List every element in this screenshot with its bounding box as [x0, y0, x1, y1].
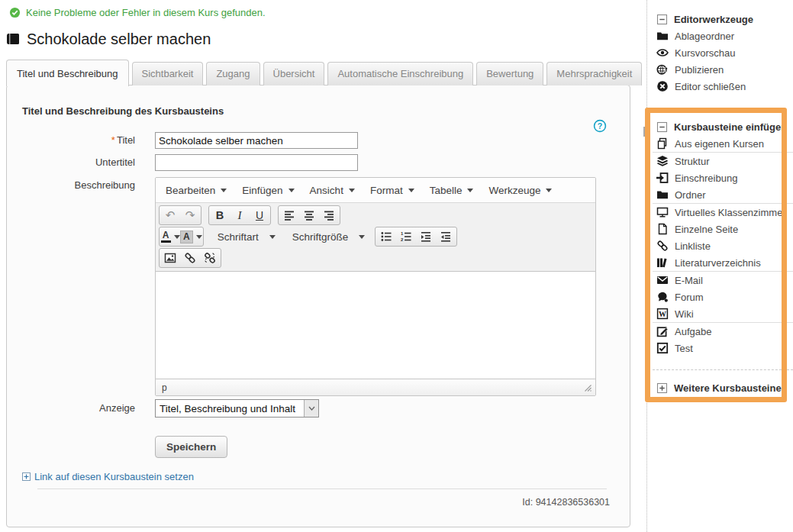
- tab-titel-und-beschreibung[interactable]: Titel und Beschreibung: [6, 60, 129, 86]
- chevron-down-icon: [308, 406, 315, 411]
- menu-tabelle[interactable]: Tabelle: [422, 178, 482, 202]
- bold-button[interactable]: B: [210, 207, 230, 224]
- sidebar-item-email[interactable]: E-Mail: [653, 272, 782, 289]
- caret-down-icon: [221, 189, 227, 192]
- svg-text:1: 1: [401, 231, 404, 236]
- editor-content-area[interactable]: [156, 272, 595, 379]
- resize-grip-icon[interactable]: [583, 383, 592, 392]
- chain-link-icon: [656, 240, 669, 252]
- section-editorwerkzeuge[interactable]: Editorwerkzeuge: [653, 11, 793, 27]
- redo-button[interactable]: ↷: [180, 207, 200, 224]
- panel-splitter[interactable]: [646, 0, 647, 532]
- underline-button[interactable]: U: [250, 207, 269, 224]
- section-weitere-kursbausteine[interactable]: Weitere Kursbausteine: [653, 379, 793, 396]
- tab-uebersicht[interactable]: Übersicht: [263, 62, 325, 85]
- sidebar-item-einzelne-seite[interactable]: Einzelne Seite: [653, 221, 782, 237]
- untertitel-label: Untertitel: [7, 156, 135, 168]
- link-toggle[interactable]: Link auf diesen Kursbaustein setzen: [22, 471, 194, 482]
- chain-link-icon: [184, 252, 196, 264]
- sidebar-item-literaturverzeichnis[interactable]: Literaturverzeichnis: [653, 254, 782, 271]
- bullet-list-button[interactable]: [376, 228, 396, 245]
- remove-link-button[interactable]: [200, 250, 220, 266]
- undo-button[interactable]: ↶: [160, 207, 180, 224]
- list-indent-group: 12: [375, 227, 457, 247]
- page-icon: [656, 223, 669, 235]
- sidebar-item-wiki[interactable]: W Wiki: [653, 305, 782, 322]
- svg-text:?: ?: [598, 121, 602, 131]
- align-right-button[interactable]: [319, 207, 339, 224]
- monitor-icon: [656, 206, 669, 218]
- page-title: Schokolade selber machen: [6, 31, 211, 48]
- italic-button[interactable]: I: [230, 207, 250, 224]
- tab-sichtbarkeit[interactable]: Sichtbarkeit: [132, 62, 204, 85]
- section-kursbausteine-einfuegen[interactable]: Kursbausteine einfügen: [653, 118, 793, 135]
- font-family-select[interactable]: Schriftart: [211, 231, 282, 243]
- titel-input[interactable]: [155, 132, 358, 149]
- align-left-button[interactable]: [279, 207, 299, 224]
- sidebar-item-ablageordner[interactable]: Ablageordner: [653, 27, 793, 44]
- eye-icon: [656, 47, 669, 59]
- undo-redo-group: ↶ ↷: [159, 205, 201, 225]
- svg-text:2: 2: [401, 237, 404, 242]
- sidebar-item-aufgabe[interactable]: Aufgabe: [653, 323, 782, 340]
- element-path[interactable]: p: [162, 382, 167, 393]
- sidebar-item-test[interactable]: Test: [653, 340, 782, 356]
- insert-image-button[interactable]: [160, 250, 180, 266]
- menu-bearbeiten[interactable]: Bearbeiten: [158, 178, 234, 202]
- background-color-button[interactable]: A: [180, 228, 202, 245]
- sidebar-item-einschreibung[interactable]: Einschreibung: [653, 169, 782, 186]
- tab-zugang[interactable]: Zugang: [206, 62, 259, 85]
- sidebar-item-linkliste[interactable]: Linkliste: [653, 237, 782, 254]
- minus-box-icon: [656, 14, 668, 25]
- caret-down-icon: [269, 235, 276, 239]
- italic-icon: I: [238, 209, 242, 222]
- align-center-icon: [303, 209, 315, 221]
- panel-heading: Titel und Beschreibung des Kursbausteins: [22, 105, 224, 117]
- sidebar-item-publizieren[interactable]: Publizieren: [653, 61, 793, 78]
- menu-format[interactable]: Format: [363, 178, 422, 202]
- close-circle-icon: [656, 80, 669, 92]
- titel-label: *Titel: [7, 134, 135, 146]
- anzeige-select[interactable]: Titel, Beschreibung und Inhalt: [155, 399, 319, 418]
- tab-bewertung[interactable]: Bewertung: [476, 62, 543, 85]
- course-editor-page: Keine Probleme oder Fehler in diesem Kur…: [0, 0, 793, 532]
- tab-automatische-einschreibung[interactable]: Automatische Einschreibung: [327, 62, 473, 85]
- tab-mehrsprachigkeit[interactable]: Mehrsprachigkeit: [546, 62, 642, 85]
- numbered-list-button[interactable]: 12: [396, 228, 416, 245]
- align-center-button[interactable]: [299, 207, 319, 224]
- help-icon[interactable]: ?: [593, 119, 607, 133]
- menu-werkzeuge[interactable]: Werkzeuge: [481, 178, 559, 202]
- menu-ansicht[interactable]: Ansicht: [302, 178, 363, 202]
- menu-einfuegen[interactable]: Einfügen: [234, 178, 301, 202]
- folder-icon: [656, 30, 669, 42]
- save-button[interactable]: Speichern: [155, 436, 227, 458]
- sidebar-item-editor-schliessen[interactable]: Editor schließen: [653, 78, 793, 95]
- caret-down-icon: [174, 235, 180, 239]
- sidebar-item-virtuelles-klassenzimmer[interactable]: Virtuelles Klassenzimmer: [653, 204, 782, 221]
- sidebar-item-struktur[interactable]: Struktur: [653, 153, 782, 169]
- redo-icon: ↷: [185, 210, 195, 221]
- outdent-button[interactable]: [436, 228, 456, 245]
- insert-link-button[interactable]: [180, 250, 200, 266]
- underline-icon: U: [256, 209, 263, 221]
- tab-bar: Titel und Beschreibung Sichtbarkeit Zuga…: [6, 60, 645, 85]
- node-id-text: Id: 94142836536301: [522, 497, 610, 508]
- status-banner: Keine Probleme oder Fehler in diesem Kur…: [9, 7, 266, 18]
- font-style-group: B I U: [208, 205, 271, 225]
- sidebar-item-kursvorschau[interactable]: Kursvorschau: [653, 44, 793, 61]
- untertitel-input[interactable]: [155, 154, 358, 171]
- splitter-handle[interactable]: [643, 127, 647, 137]
- text-color-button[interactable]: A: [160, 228, 180, 245]
- forecolor-icon: A: [161, 231, 171, 243]
- align-right-icon: [323, 209, 335, 221]
- editor-statusbar: p: [156, 379, 595, 395]
- font-size-select[interactable]: Schriftgröße: [285, 231, 372, 243]
- footer-divider: [37, 488, 607, 489]
- sidebar-item-forum[interactable]: Forum: [653, 289, 782, 305]
- books-icon: [656, 256, 669, 269]
- sidebar-item-aus-eigenen-kursen[interactable]: Aus eigenen Kursen: [653, 135, 782, 152]
- color-group: A A: [159, 227, 204, 247]
- indent-button[interactable]: [416, 228, 436, 245]
- sidebar-item-ordner[interactable]: Ordner: [653, 186, 782, 203]
- book-icon: [6, 33, 21, 46]
